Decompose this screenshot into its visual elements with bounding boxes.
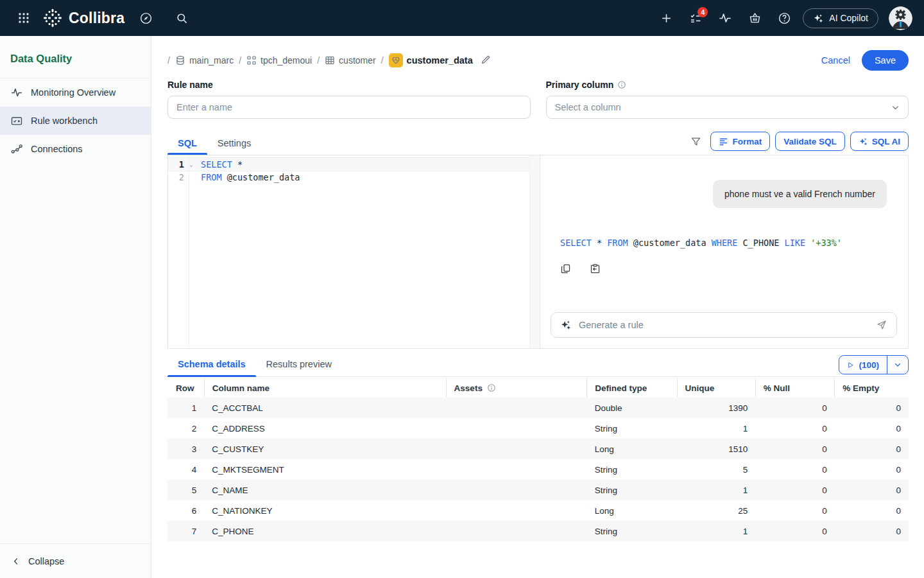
- breadcrumb-label: main_marc: [189, 55, 234, 66]
- run-options-caret[interactable]: [887, 356, 908, 374]
- cell-column-name: C_CUSTKEY: [204, 439, 446, 459]
- marketplace-basket-icon[interactable]: [742, 6, 767, 30]
- editor-scrollbar[interactable]: [529, 155, 540, 348]
- cell-unique: 5: [677, 459, 755, 480]
- app-grid-icon[interactable]: [12, 6, 36, 30]
- breadcrumb-item-schema[interactable]: tpch_demoui: [246, 55, 312, 66]
- cell-empty-pct: 0: [835, 459, 909, 480]
- table-row[interactable]: 1 C_ACCTBAL Double 1390 0 0: [167, 398, 909, 418]
- sql-editor[interactable]: 1 ⌄ SELECT * 2 FROM @customer_data: [168, 155, 540, 348]
- collibra-logo[interactable]: Collibra: [42, 8, 124, 28]
- sparkles-icon: [560, 319, 572, 331]
- fold-chevron-icon[interactable]: ⌄: [189, 158, 196, 171]
- table-row[interactable]: 7 C_PHONE String 1 0 0: [167, 521, 909, 541]
- table-row[interactable]: 2 C_ADDRESS String 1 0 0: [167, 418, 909, 439]
- format-button[interactable]: Format: [710, 132, 770, 151]
- connections-icon: [10, 143, 23, 155]
- sql-ai-button[interactable]: SQL AI: [850, 132, 909, 151]
- sidebar-item-monitoring-overview[interactable]: Monitoring Overview: [0, 78, 151, 107]
- cell-defined-type: Long: [587, 439, 677, 459]
- cell-row: 6: [167, 500, 204, 521]
- primary-column-select[interactable]: Select a column: [546, 96, 909, 119]
- header-null-pct[interactable]: % Null: [755, 378, 834, 398]
- main-content: / main_marc /: [151, 36, 924, 578]
- run-query-button[interactable]: (100): [839, 356, 887, 374]
- tab-results-preview[interactable]: Results preview: [256, 354, 342, 376]
- code-text: SELECT *: [196, 158, 243, 171]
- sidebar-collapse-button[interactable]: Collapse: [0, 543, 151, 578]
- tab-schema-details[interactable]: Schema details: [167, 354, 256, 376]
- user-avatar[interactable]: [889, 6, 912, 30]
- table-header-row: Row Column name Assets Defined: [167, 378, 909, 398]
- cell-assets: [446, 418, 587, 439]
- copy-icon[interactable]: [560, 263, 571, 274]
- page-title: customer_data: [407, 55, 473, 66]
- topbar: Collibra 4: [0, 0, 924, 36]
- ai-copilot-button[interactable]: AI Copilot: [803, 8, 878, 28]
- cell-row: 2: [167, 418, 204, 439]
- breadcrumb-item-database[interactable]: main_marc: [175, 55, 234, 66]
- cell-unique: 1: [677, 480, 755, 500]
- table-row[interactable]: 3 C_CUSTKEY Long 1510 0 0: [167, 439, 909, 459]
- primary-column-label: Primary column: [546, 80, 909, 90]
- filter-funnel-icon[interactable]: [690, 136, 701, 147]
- cell-null-pct: 0: [755, 459, 834, 480]
- cancel-button[interactable]: Cancel: [821, 55, 850, 66]
- user-chat-message: phone must ve a valid French number: [713, 180, 887, 208]
- sidebar-item-connections[interactable]: Connections: [0, 135, 151, 163]
- ai-sql-suggestion: SELECT * FROM @customer_data WHERE C_PHO…: [560, 238, 842, 248]
- cell-unique: 1: [677, 418, 755, 439]
- cell-row: 4: [167, 459, 204, 480]
- tab-sql[interactable]: SQL: [167, 134, 207, 155]
- schema-icon: [246, 55, 257, 66]
- code-line[interactable]: 1 ⌄ SELECT *: [168, 158, 540, 171]
- breadcrumb-separator: /: [167, 55, 170, 66]
- validate-sql-button[interactable]: Validate SQL: [775, 132, 845, 151]
- search-icon[interactable]: [169, 6, 194, 30]
- cell-empty-pct: 0: [835, 521, 909, 541]
- header-defined-type[interactable]: Defined type: [587, 378, 677, 398]
- notifications-badge: 4: [697, 7, 708, 17]
- cell-row: 1: [167, 398, 204, 418]
- chevron-left-icon: [12, 557, 21, 566]
- generate-rule-input[interactable]: Generate a rule: [551, 312, 897, 338]
- cell-null-pct: 0: [755, 500, 834, 521]
- cell-defined-type: Long: [587, 500, 677, 521]
- cell-empty-pct: 0: [835, 480, 909, 500]
- table-row[interactable]: 5 C_NAME String 1 0 0: [167, 480, 909, 500]
- rule-badge-icon: [389, 53, 403, 67]
- header-column-name[interactable]: Column name: [204, 378, 446, 398]
- cell-column-name: C_MKTSEGMENT: [204, 459, 446, 480]
- code-line[interactable]: 2 FROM @customer_data: [168, 171, 540, 184]
- breadcrumb-item-table[interactable]: customer: [325, 55, 376, 66]
- tab-settings[interactable]: Settings: [207, 134, 261, 155]
- cell-unique: 1: [677, 521, 755, 541]
- header-unique[interactable]: Unique: [677, 378, 755, 398]
- header-row[interactable]: Row: [167, 378, 204, 398]
- cell-defined-type: String: [587, 459, 677, 480]
- save-button[interactable]: Save: [862, 50, 909, 71]
- create-plus-icon[interactable]: [654, 6, 678, 30]
- sidebar-item-rule-workbench[interactable]: Rule workbench: [0, 107, 151, 135]
- breadcrumb-label: customer: [339, 55, 376, 66]
- cell-assets: [446, 500, 587, 521]
- insert-into-editor-icon[interactable]: [590, 263, 601, 274]
- rule-name-input[interactable]: [167, 96, 531, 119]
- cell-column-name: C_NATIONKEY: [204, 500, 446, 521]
- tasks-icon[interactable]: 4: [683, 6, 708, 30]
- header-empty-pct[interactable]: % Empty: [835, 378, 909, 398]
- header-assets[interactable]: Assets: [446, 378, 587, 398]
- activity-pulse-icon[interactable]: [713, 6, 737, 30]
- breadcrumb-separator: /: [381, 55, 384, 66]
- help-icon[interactable]: [772, 6, 796, 30]
- sql-ai-panel: phone must ve a valid French number SELE…: [540, 155, 908, 348]
- breadcrumb-label: tpch_demoui: [261, 55, 312, 66]
- table-row[interactable]: 4 C_MKTSEGMENT String 5 0 0: [167, 459, 909, 480]
- explore-compass-icon[interactable]: [133, 6, 158, 30]
- send-icon[interactable]: [876, 319, 887, 331]
- ai-copilot-label: AI Copilot: [829, 13, 868, 23]
- edit-name-icon[interactable]: [481, 55, 491, 67]
- cell-row: 5: [167, 480, 204, 500]
- sparkles-icon: [813, 13, 824, 24]
- table-row[interactable]: 6 C_NATIONKEY Long 25 0 0: [167, 500, 909, 521]
